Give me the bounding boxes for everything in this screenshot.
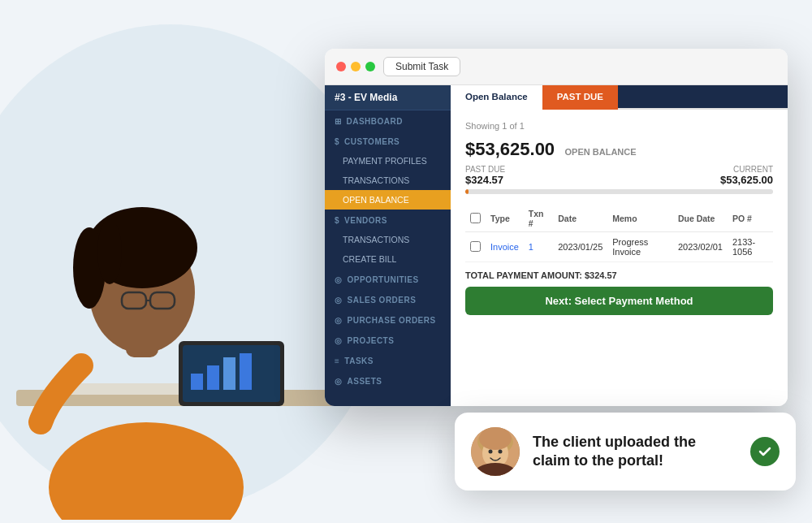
svg-rect-18 xyxy=(240,353,252,390)
col-header-memo: Memo xyxy=(607,205,673,232)
total-payment-label: TOTAL PAYMENT AMOUNT: xyxy=(465,270,582,280)
vendor-dollar-icon: $ xyxy=(335,216,339,225)
sidebar-item-create-bill[interactable]: CREATE BILL xyxy=(325,249,451,269)
dollar-icon: $ xyxy=(335,137,339,146)
progress-bar-fill xyxy=(465,189,469,194)
tab-past-due[interactable]: PAST DUE xyxy=(542,85,618,110)
sidebar-item-sales-orders[interactable]: ◎ SALES ORDERS xyxy=(325,289,451,309)
purchase-icon: ◎ xyxy=(335,316,343,325)
avatar xyxy=(471,427,520,476)
sidebar-item-payment-profiles[interactable]: PAYMENT PROFILES xyxy=(325,151,451,171)
sidebar: #3 - EV Media ⊞ DASHBOARD $ CUSTOMERS PA… xyxy=(325,85,451,406)
row-checkbox[interactable] xyxy=(470,241,481,252)
sidebar-item-vendors[interactable]: $ VENDORS xyxy=(325,210,451,230)
row-date: 2023/01/25 xyxy=(553,232,607,262)
col-header-type: Type xyxy=(486,205,524,232)
total-payment-amount: $324.57 xyxy=(585,270,617,280)
sidebar-item-purchase-orders[interactable]: ◎ PURCHASE ORDERS xyxy=(325,309,451,330)
svg-point-24 xyxy=(499,450,503,454)
past-due-label: PAST DUE xyxy=(465,165,505,174)
content-area: Showing 1 of 1 $53,625.00 OPEN BALANCE P… xyxy=(451,110,788,326)
sidebar-item-opportunities[interactable]: ◎ OPPORTUNITIES xyxy=(325,269,451,289)
window-body: #3 - EV Media ⊞ DASHBOARD $ CUSTOMERS PA… xyxy=(325,85,788,406)
assets-icon: ◎ xyxy=(335,377,343,386)
tab-open-balance[interactable]: Open Balance xyxy=(451,85,542,110)
col-header-po: PO # xyxy=(728,205,773,232)
check-circle xyxy=(750,437,780,466)
sidebar-item-projects[interactable]: ◎ PROJECTS xyxy=(325,330,451,350)
check-icon xyxy=(757,443,773,460)
sidebar-item-open-balance[interactable]: OPEN BALANCE xyxy=(325,190,451,210)
svg-rect-15 xyxy=(191,374,203,390)
minimize-dot[interactable] xyxy=(351,62,361,71)
grid-icon: ⊞ xyxy=(335,117,342,126)
balance-details-row: PAST DUE $324.57 CURRENT $53,625.00 xyxy=(465,165,773,186)
balance-progress-bar xyxy=(465,189,773,194)
current-amount: $53,625.00 xyxy=(720,174,773,186)
row-checkbox-cell xyxy=(465,232,486,262)
row-type[interactable]: Invoice xyxy=(486,232,524,262)
tasks-icon: ≡ xyxy=(335,357,339,365)
svg-rect-16 xyxy=(207,365,219,390)
row-due-date: 2023/02/01 xyxy=(673,232,728,262)
past-due-section: PAST DUE $324.57 xyxy=(465,165,505,186)
sidebar-item-dashboard[interactable]: ⊞ DASHBOARD xyxy=(325,110,451,131)
open-balance-label: OPEN BALANCE xyxy=(565,147,637,157)
opportunities-icon: ◎ xyxy=(335,275,343,284)
sidebar-item-customers[interactable]: $ CUSTOMERS xyxy=(325,131,451,151)
sidebar-item-assets[interactable]: ◎ ASSETS xyxy=(325,370,451,391)
table-row: Invoice 1 2023/01/25 Progress Invoice 20… xyxy=(465,232,773,262)
sales-icon: ◎ xyxy=(335,296,343,305)
row-po: 2133-1056 xyxy=(728,232,773,262)
col-header-txn: Txn # xyxy=(524,205,553,232)
showing-count: Showing 1 of 1 xyxy=(465,121,773,131)
pay-button[interactable]: Next: Select Payment Method xyxy=(465,287,773,315)
app-window: Submit Task #3 - EV Media ⊞ DASHBOARD $ … xyxy=(325,49,788,406)
window-controls xyxy=(336,62,375,71)
avatar-illustration xyxy=(471,427,520,476)
sidebar-item-transactions[interactable]: TRANSACTIONS xyxy=(325,171,451,190)
row-txn[interactable]: 1 xyxy=(524,232,553,262)
notification-message: The client uploaded the claim to the por… xyxy=(533,433,737,471)
close-dot[interactable] xyxy=(336,62,346,71)
col-header-due-date: Due Date xyxy=(673,205,728,232)
balance-section: $53,625.00 OPEN BALANCE PAST DUE $324.57… xyxy=(465,139,773,194)
tab-bar: Open Balance PAST DUE xyxy=(451,85,788,110)
past-due-amount: $324.57 xyxy=(465,174,505,186)
window-titlebar: Submit Task xyxy=(325,49,788,85)
current-section: CURRENT $53,625.00 xyxy=(720,165,773,186)
main-content: Open Balance PAST DUE Showing 1 of 1 $53… xyxy=(451,85,788,406)
svg-point-22 xyxy=(479,427,512,450)
submit-task-button[interactable]: Submit Task xyxy=(383,57,460,76)
col-header-checkbox xyxy=(465,205,486,232)
sidebar-item-vendor-transactions[interactable]: TRANSACTIONS xyxy=(325,230,451,249)
open-balance-amount: $53,625.00 xyxy=(465,139,555,159)
col-header-date: Date xyxy=(553,205,607,232)
notification-card: The client uploaded the claim to the por… xyxy=(455,413,796,491)
total-payment-row: TOTAL PAYMENT AMOUNT: $324.57 xyxy=(465,270,773,280)
svg-point-23 xyxy=(489,450,493,454)
maximize-dot[interactable] xyxy=(365,62,375,71)
invoice-table: Type Txn # Date Memo Due Date PO # xyxy=(465,205,773,262)
svg-rect-17 xyxy=(223,357,235,390)
sidebar-item-tasks[interactable]: ≡ TASKS xyxy=(325,350,451,370)
row-memo: Progress Invoice xyxy=(607,232,673,262)
current-label: CURRENT xyxy=(720,165,773,174)
sidebar-brand: #3 - EV Media xyxy=(325,85,451,110)
svg-point-9 xyxy=(97,219,122,284)
projects-icon: ◎ xyxy=(335,336,343,345)
select-all-checkbox[interactable] xyxy=(470,213,481,223)
